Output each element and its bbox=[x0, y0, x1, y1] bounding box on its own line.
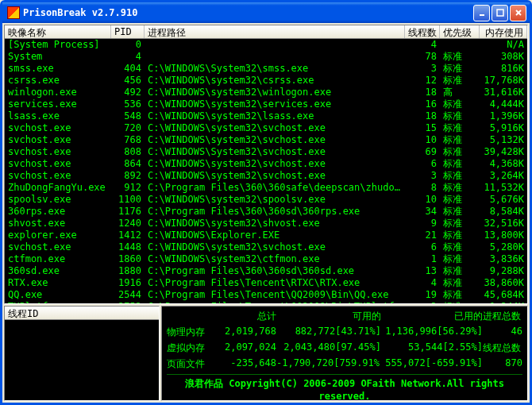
cell-pid: 808 bbox=[111, 146, 145, 158]
maximize-button[interactable] bbox=[492, 5, 508, 21]
process-row[interactable]: 360sd.exe1880C:\Program Files\360\360sd\… bbox=[5, 265, 527, 277]
col-header-threads[interactable]: 线程数 bbox=[405, 25, 440, 38]
cell-name: svchost.exe bbox=[5, 170, 111, 182]
titlebar[interactable]: PrisonBreak v2.7.910 bbox=[2, 2, 530, 23]
process-row[interactable]: spoolsv.exe1100C:\WINDOWS\system32\spool… bbox=[5, 194, 527, 206]
col-header-pid[interactable]: PID bbox=[111, 25, 145, 38]
process-row[interactable]: ctfmon.exe1860C:\WINDOWS\system32\ctfmon… bbox=[5, 253, 527, 265]
svg-rect-1 bbox=[497, 10, 503, 16]
cell-pid: 892 bbox=[111, 170, 145, 182]
process-row[interactable]: 360rps.exe1176C:\Program Files\360\360sd… bbox=[5, 206, 527, 218]
col-header-memory[interactable]: 内存使用 bbox=[480, 25, 527, 38]
cell-prio: 标准 bbox=[440, 146, 480, 158]
process-row[interactable]: svchost.exe768C:\WINDOWS\system32\svchos… bbox=[5, 134, 527, 146]
cell-mem: 5,676K bbox=[480, 194, 527, 206]
cell-path: C:\Program Files\Tencent\RTXC\RTX.exe bbox=[145, 277, 405, 289]
stats-row-label: 物理内存 bbox=[167, 326, 216, 339]
cell-pid: 456 bbox=[111, 75, 145, 87]
process-row[interactable]: System478标准308K bbox=[5, 51, 527, 63]
process-row[interactable]: explorer.exe1412C:\WINDOWS\Explorer.EXE2… bbox=[5, 230, 527, 241]
process-row[interactable]: QQ.exe2544C:\Program Files\Tencent\QQ200… bbox=[5, 289, 527, 301]
process-row[interactable]: lsass.exe548C:\WINDOWS\system32\lsass.ex… bbox=[5, 110, 527, 122]
col-header-name[interactable]: 映像名称 bbox=[5, 25, 111, 38]
close-button[interactable] bbox=[510, 5, 526, 21]
cell-thr: 78 bbox=[405, 51, 440, 63]
cell-mem: 45,684K bbox=[480, 289, 527, 301]
cell-path: C:\WINDOWS\system32\ctfmon.exe bbox=[145, 253, 405, 265]
cell-prio: 标准 bbox=[440, 122, 480, 134]
stats-used: 1,136,996[56.29%] bbox=[381, 326, 483, 339]
process-row[interactable]: winlogon.exe492C:\WINDOWS\system32\winlo… bbox=[5, 87, 527, 98]
process-row[interactable]: TXPlatform.exe2752C:\Program Files\Tence… bbox=[5, 301, 527, 303]
cell-thr: 69 bbox=[405, 146, 440, 158]
thread-list[interactable] bbox=[5, 320, 159, 400]
stats-avail: 882,772[43.71%] bbox=[276, 326, 381, 339]
process-row[interactable]: svchost.exe720C:\WINDOWS\system32\svchos… bbox=[5, 122, 527, 134]
cell-thr: 4 bbox=[405, 39, 440, 51]
cell-prio: 标准 bbox=[440, 194, 480, 206]
cell-prio: 标准 bbox=[440, 218, 480, 230]
process-row[interactable]: svchost.exe808C:\WINDOWS\System32\svchos… bbox=[5, 146, 527, 158]
process-row[interactable]: services.exe536C:\WINDOWS\system32\servi… bbox=[5, 98, 527, 110]
cell-mem: 17,768K bbox=[480, 75, 527, 87]
cell-path: C:\WINDOWS\system32\services.exe bbox=[145, 98, 405, 110]
process-row[interactable]: svchost.exe1448C:\WINDOWS\system32\svcho… bbox=[5, 241, 527, 253]
cell-prio: 标准 bbox=[440, 75, 480, 87]
cell-path: C:\Program Files\360\360sd\360sd.exe bbox=[145, 265, 405, 277]
process-row[interactable]: shvost.exe1240C:\WINDOWS\system32\shvost… bbox=[5, 218, 527, 230]
col-header-priority[interactable]: 优先级 bbox=[440, 25, 480, 38]
process-row[interactable]: RTX.exe1916C:\Program Files\Tencent\RTXC… bbox=[5, 277, 527, 289]
cell-mem: N/A bbox=[480, 39, 527, 51]
stats-total: -235,648 bbox=[216, 357, 276, 371]
cell-path: C:\WINDOWS\Explorer.EXE bbox=[145, 230, 405, 241]
cell-prio: 标准 bbox=[440, 265, 480, 277]
cell-mem: 11,532K bbox=[480, 182, 527, 194]
cell-mem: 3,264K bbox=[480, 170, 527, 182]
cell-name: 360rps.exe bbox=[5, 206, 111, 218]
cell-pid: 1916 bbox=[111, 277, 145, 289]
cell-mem: 1,344K bbox=[480, 301, 527, 303]
cell-pid: 864 bbox=[111, 158, 145, 170]
minimize-button[interactable] bbox=[473, 5, 490, 21]
cell-path: C:\WINDOWS\system32\svchost.exe bbox=[145, 134, 405, 146]
cell-prio: 标准 bbox=[440, 182, 480, 194]
cell-name: svchost.exe bbox=[5, 146, 111, 158]
col-header-thread-id[interactable]: 线程ID bbox=[5, 307, 159, 319]
cell-prio bbox=[440, 39, 480, 51]
cell-name: RTX.exe bbox=[5, 277, 111, 289]
cell-path: C:\Program Files\360\360sd\360rps.exe bbox=[145, 206, 405, 218]
cell-path bbox=[145, 51, 405, 63]
cell-path: C:\WINDOWS\system32\winlogon.exe bbox=[145, 87, 405, 98]
cell-mem: 4,444K bbox=[480, 98, 527, 110]
cell-thr: 15 bbox=[405, 122, 440, 134]
cell-mem: 8,584K bbox=[480, 206, 527, 218]
cell-pid: 492 bbox=[111, 87, 145, 98]
cell-thr: 12 bbox=[405, 75, 440, 87]
process-row[interactable]: csrss.exe456C:\WINDOWS\system32\csrss.ex… bbox=[5, 75, 527, 87]
process-row[interactable]: svchost.exe892C:\WINDOWS\system32\svchos… bbox=[5, 170, 527, 182]
stats-avail: -1,790,720[759.91%] bbox=[276, 357, 381, 371]
cell-prio: 标准 bbox=[440, 170, 480, 182]
cell-pid: 1880 bbox=[111, 265, 145, 277]
window-title: PrisonBreak v2.7.910 bbox=[23, 7, 473, 18]
process-list[interactable]: [System Process]04N/ASystem478标准308Ksmss… bbox=[5, 39, 527, 303]
process-row[interactable]: ZhuDongFangYu.exe912C:\Program Files\360… bbox=[5, 182, 527, 194]
cell-mem: 31,616K bbox=[480, 87, 527, 98]
cell-prio: 标准 bbox=[440, 301, 480, 303]
stats-total: 2,019,768 bbox=[216, 326, 276, 339]
cell-thr: 16 bbox=[405, 98, 440, 110]
cell-prio: 标准 bbox=[440, 51, 480, 63]
process-row[interactable]: svchost.exe864C:\WINDOWS\system32\svchos… bbox=[5, 158, 527, 170]
cell-name: explorer.exe bbox=[5, 230, 111, 241]
cell-thr: 10 bbox=[405, 194, 440, 206]
cell-prio: 标准 bbox=[440, 98, 480, 110]
cell-thr: 9 bbox=[405, 218, 440, 230]
cell-path: C:\WINDOWS\system32\svchost.exe bbox=[145, 158, 405, 170]
cell-name: QQ.exe bbox=[5, 289, 111, 301]
cell-name: 360sd.exe bbox=[5, 265, 111, 277]
process-row[interactable]: [System Process]04N/A bbox=[5, 39, 527, 51]
col-header-path[interactable]: 进程路径 bbox=[145, 25, 405, 38]
process-row[interactable]: smss.exe404C:\WINDOWS\System32\smss.exe3… bbox=[5, 63, 527, 75]
copyright-text: 浪君作品 Copyright(C) 2006-2009 OFaith Netwo… bbox=[167, 377, 522, 402]
cell-pid: 1412 bbox=[111, 230, 145, 241]
